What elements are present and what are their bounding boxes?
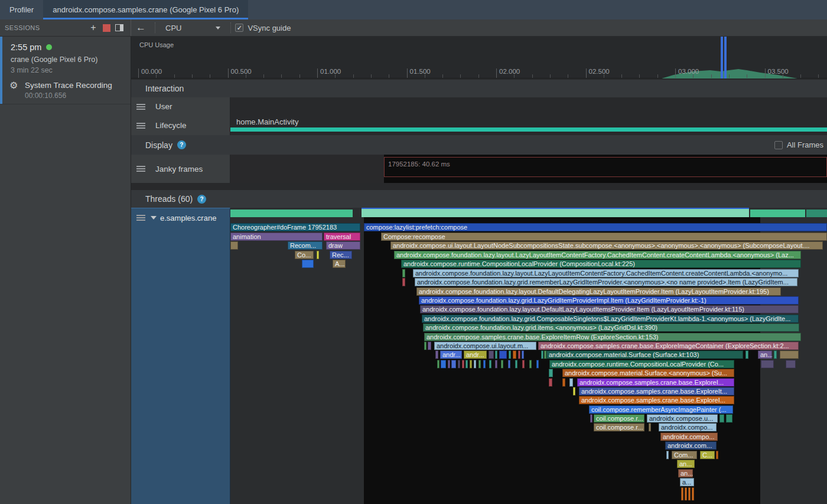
thread-state-segment[interactable]	[230, 210, 353, 217]
flame-sliver[interactable]	[483, 360, 486, 368]
flame-sliver[interactable]	[441, 360, 446, 368]
lifecycle-track-label[interactable]: Lifecycle	[131, 116, 230, 135]
flame-sliver[interactable]	[495, 360, 497, 368]
flame-span[interactable]: C...	[700, 451, 715, 459]
flame-sliver[interactable]	[424, 342, 426, 350]
flame-sliver[interactable]	[515, 360, 517, 368]
lifecycle-track[interactable]: home.MainActivity	[230, 116, 827, 135]
flame-sliver[interactable]	[508, 360, 510, 368]
flame-span[interactable]: androidx.compose.foundation.lazy.layout.…	[416, 287, 781, 296]
flame-sliver[interactable]	[522, 351, 524, 359]
flame-sliver[interactable]	[569, 378, 573, 387]
flame-sliver[interactable]	[549, 369, 553, 377]
flame-sliver[interactable]	[685, 487, 687, 500]
tab-session[interactable]: androidx.compose.samples.crane (Google P…	[43, 0, 248, 19]
flame-sliver[interactable]	[317, 251, 319, 259]
flame-sliver[interactable]	[562, 378, 565, 387]
stop-recording-icon[interactable]	[100, 21, 113, 34]
profiler-type-dropdown[interactable]: CPU	[159, 24, 226, 32]
flame-sliver[interactable]	[518, 351, 520, 359]
flame-sliver[interactable]	[499, 351, 507, 359]
flame-span[interactable]: an...	[677, 460, 695, 468]
flame-span[interactable]: androidx.compose.ui.layout.m...	[434, 342, 536, 350]
flame-span[interactable]: androidx.compose.material.Surface.<anony…	[562, 369, 734, 377]
flame-sliver[interactable]	[590, 414, 592, 423]
vsync-guide-toggle[interactable]: ✓ VSync guide	[235, 24, 291, 32]
flame-span[interactable]: androidx.com...	[665, 441, 717, 450]
flame-sliver[interactable]	[573, 387, 575, 395]
flame-span[interactable]: an...	[758, 351, 772, 359]
flame-sliver[interactable]	[681, 487, 683, 500]
flame-sliver[interactable]	[470, 360, 472, 368]
flame-span[interactable]: androidx.compose.ui.layout.LayoutNodeSub…	[390, 241, 823, 250]
user-track-label[interactable]: User	[131, 97, 230, 116]
flame-span[interactable]: Co...	[295, 251, 314, 259]
flame-span[interactable]: A...	[333, 260, 346, 268]
flame-sliver[interactable]	[302, 260, 314, 268]
drag-handle-icon[interactable]	[136, 215, 145, 221]
drag-handle-icon[interactable]	[136, 166, 145, 172]
back-arrow-icon[interactable]: ←	[131, 22, 151, 34]
flame-sliver[interactable]	[451, 360, 456, 368]
flame-span[interactable]: andr...	[464, 351, 487, 359]
flame-span[interactable]: traversal	[324, 233, 360, 241]
flame-span[interactable]: androidx.compo...	[659, 423, 717, 431]
flame-span[interactable]: androidx.compose.foundation.lazy.layout.…	[413, 269, 799, 277]
flame-span[interactable]: Com...	[672, 451, 697, 459]
flame-sliver[interactable]	[513, 351, 516, 359]
flame-sliver[interactable]	[786, 360, 796, 368]
flame-span[interactable]: androidx.compose.u...	[647, 414, 718, 423]
flame-sliver[interactable]	[716, 451, 718, 459]
flame-sliver[interactable]	[761, 360, 774, 368]
session-card[interactable]: 2:55 pm crane (Google Pixel 6 Pro) 3 min…	[0, 37, 131, 104]
flame-span[interactable]: androidx.compose.foundation.lazy.grid.La…	[419, 296, 799, 305]
flame-sliver[interactable]	[458, 360, 460, 368]
flame-span[interactable]: androidx.compose.samples.crane.base.Expl…	[424, 333, 801, 341]
expand-arrow-icon[interactable]	[151, 216, 157, 220]
help-icon[interactable]: ?	[197, 195, 206, 204]
add-session-icon[interactable]: +	[87, 21, 100, 34]
flame-sliver[interactable]	[522, 360, 525, 368]
flame-sliver[interactable]	[501, 360, 503, 368]
flame-sliver[interactable]	[465, 360, 468, 368]
flame-span[interactable]: androidx.compose.foundation.lazy.grid.re…	[415, 278, 797, 286]
vsync-checkbox[interactable]: ✓	[235, 24, 243, 32]
flame-span[interactable]: Choreographer#doFrame 17952183	[230, 223, 360, 231]
flame-span[interactable]: androidx.compose.samples.crane.base.Expl…	[579, 396, 734, 404]
janky-track-label[interactable]: Janky frames	[131, 155, 230, 183]
flame-sliver[interactable]	[474, 360, 476, 368]
flame-span[interactable]: Compose:recompose	[381, 233, 827, 241]
recording-title[interactable]: System Trace Recording	[25, 81, 112, 90]
flame-span[interactable]: androidx.compose.foundation.lazy.grid.Co…	[422, 315, 799, 323]
flame-sliver[interactable]	[774, 351, 777, 359]
flame-span[interactable]: androidx.compose.foundation.lazy.layout.…	[420, 305, 799, 313]
cpu-usage-track[interactable]: CPU Usage 00.00000.50001.00001.50002.000…	[131, 37, 827, 78]
flame-sliver[interactable]	[649, 423, 651, 431]
flame-sliver[interactable]	[719, 414, 724, 423]
flame-sliver[interactable]	[402, 278, 405, 286]
flame-span[interactable]: androidx.compose.runtime.CompositionLoca…	[401, 260, 801, 268]
flame-span[interactable]: coil.compose.r...	[594, 423, 644, 431]
flame-span[interactable]: compose:lazylist:prefetch:compose	[364, 223, 827, 231]
flame-sliver[interactable]	[692, 487, 694, 500]
flame-sliver[interactable]	[402, 269, 405, 277]
flame-sliver[interactable]	[509, 351, 511, 359]
lifecycle-event-bar[interactable]	[230, 127, 827, 132]
flame-sliver[interactable]	[536, 360, 539, 368]
flame-sliver[interactable]	[230, 241, 238, 250]
flame-span[interactable]: androidx.compose.material.Surface (Surfa…	[546, 351, 743, 359]
user-track[interactable]	[230, 97, 827, 116]
flame-span[interactable]: animation	[230, 233, 323, 241]
thread-state-segment[interactable]	[750, 210, 805, 217]
thread-state-segment[interactable]	[806, 210, 827, 217]
flame-sliver[interactable]	[428, 342, 431, 350]
thread-state-segment[interactable]	[362, 209, 749, 217]
janky-frame-span[interactable]: 17952185: 40.62 ms	[384, 157, 827, 177]
flame-sliver[interactable]	[666, 451, 669, 459]
help-icon[interactable]: ?	[177, 140, 186, 149]
flame-sliver[interactable]	[541, 351, 543, 359]
flame-span[interactable]: draw	[326, 241, 360, 250]
flame-span[interactable]: androidx.compo...	[660, 433, 718, 441]
flame-sliver[interactable]	[745, 351, 748, 359]
flame-span[interactable]: coil.compose.rememberAsyncImagePainter (…	[589, 405, 733, 414]
